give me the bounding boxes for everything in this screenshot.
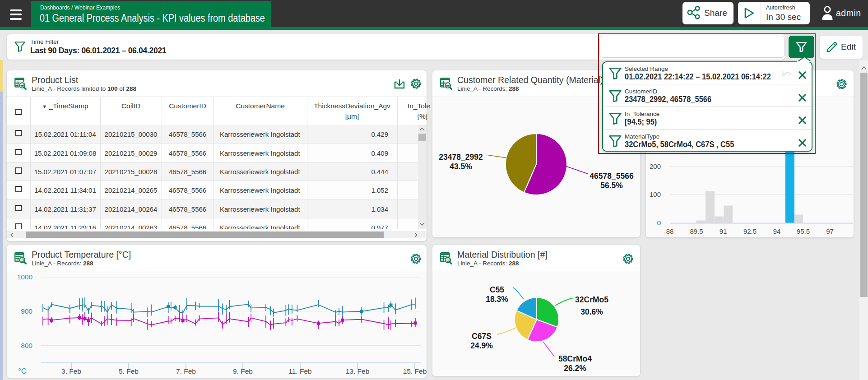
svg-text:88: 88 (666, 227, 674, 235)
svg-text:13. Feb: 13. Feb (346, 367, 370, 375)
svg-text:15. Feb: 15. Feb (403, 367, 427, 375)
svg-text:92.5: 92.5 (743, 227, 757, 235)
svg-text:900: 900 (21, 307, 32, 315)
svg-text:91: 91 (719, 227, 727, 235)
svg-text:1000: 1000 (17, 273, 33, 281)
svg-text:94: 94 (773, 227, 781, 235)
svg-text:0: 0 (657, 219, 661, 227)
svg-text:97: 97 (826, 227, 834, 235)
svg-text:95.5: 95.5 (797, 227, 810, 235)
svg-text:800: 800 (21, 342, 32, 349)
svg-text:°C: °C (18, 367, 27, 375)
svg-text:3. Feb: 3. Feb (61, 367, 81, 375)
svg-text:200: 200 (650, 162, 661, 170)
svg-text:89.5: 89.5 (690, 227, 703, 235)
svg-text:9. Feb: 9. Feb (233, 367, 253, 375)
svg-text:11. Feb: 11. Feb (288, 367, 311, 375)
svg-text:100: 100 (650, 190, 661, 198)
svg-text:7. Feb: 7. Feb (176, 367, 196, 375)
svg-text:5. Feb: 5. Feb (119, 367, 139, 375)
